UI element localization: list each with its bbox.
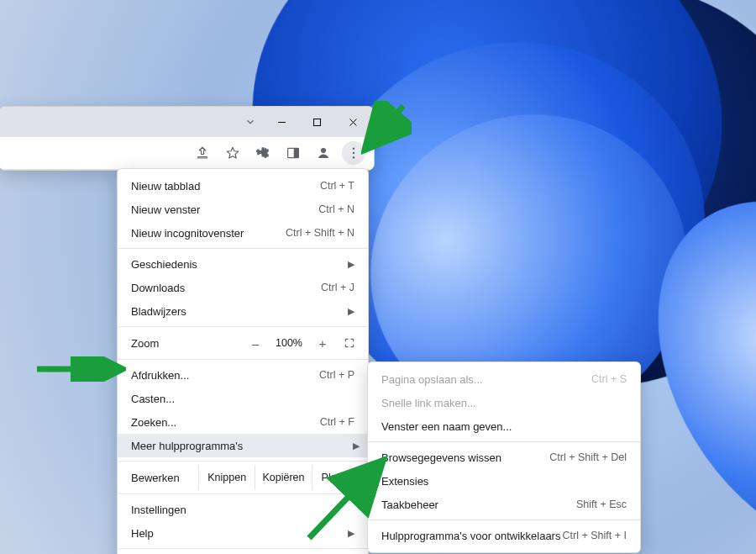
submenu-item-clear-data[interactable]: Browsegegevens wissen Ctrl + Shift + Del — [368, 446, 640, 469]
menu-item-settings[interactable]: Instellingen — [118, 498, 368, 521]
menu-item-cast[interactable]: Casten... — [118, 387, 368, 410]
submenu-item-create-link[interactable]: Snelle link maken... — [368, 391, 640, 414]
menu-item-label: Nieuw tabblad — [131, 180, 200, 193]
svg-point-6 — [353, 156, 354, 158]
kebab-menu-icon[interactable] — [342, 141, 365, 165]
browser-toolbar — [0, 137, 374, 170]
menu-item-label: Nieuw venster — [131, 203, 200, 216]
edit-paste-button[interactable]: Plakken — [312, 465, 368, 490]
menu-row-zoom: Zoom – 100% + — [118, 330, 368, 356]
chrome-main-menu: Nieuw tabblad Ctrl + T Nieuw venster Ctr… — [117, 168, 369, 554]
menu-item-new-tab[interactable]: Nieuw tabblad Ctrl + T — [118, 174, 368, 198]
menu-item-shortcut: Ctrl + T — [320, 180, 354, 192]
menu-item-label: Downloads — [131, 282, 185, 294]
submenu-item-extensions[interactable]: Extensies — [368, 469, 640, 493]
edit-label: Bewerken — [131, 472, 198, 484]
edit-copy-button[interactable]: Kopiëren — [255, 465, 311, 490]
menu-item-history[interactable]: Geschiedenis ▶ — [118, 252, 368, 276]
menu-item-label: Afdrukken... — [131, 369, 189, 382]
share-icon[interactable] — [191, 141, 214, 165]
submenu-item-dev-tools[interactable]: Hulpprogramma's voor ontwikkelaars Ctrl … — [368, 524, 640, 547]
menu-item-label: Pagina opslaan als... — [381, 373, 483, 386]
menu-item-label: Help — [131, 527, 154, 540]
menu-item-shortcut: Ctrl + S — [591, 373, 627, 385]
zoom-label: Zoom — [131, 337, 239, 350]
extensions-puzzle-icon[interactable] — [251, 141, 275, 165]
menu-item-print[interactable]: Afdrukken... Ctrl + P — [118, 363, 368, 387]
chevron-right-icon: ▶ — [348, 528, 354, 539]
menu-item-label: Meer hulpprogramma's — [131, 440, 243, 452]
chrome-more-tools-submenu: Pagina opslaan als... Ctrl + S Snelle li… — [367, 361, 641, 553]
menu-item-find[interactable]: Zoeken... Ctrl + F — [118, 410, 368, 434]
menu-item-shortcut: Ctrl + N — [318, 203, 354, 215]
svg-rect-2 — [294, 148, 299, 157]
menu-separator — [368, 520, 640, 520]
menu-separator — [118, 359, 368, 360]
svg-point-4 — [353, 148, 354, 150]
menu-item-help[interactable]: Help ▶ — [118, 521, 368, 545]
menu-item-shortcut: Ctrl + Shift + N — [286, 227, 354, 239]
zoom-in-button[interactable]: + — [312, 333, 333, 353]
menu-item-shortcut: Ctrl + F — [320, 416, 354, 428]
fullscreen-icon[interactable] — [339, 333, 360, 353]
menu-item-shortcut: Shift + Esc — [576, 499, 627, 510]
menu-separator — [118, 461, 368, 462]
menu-item-label: Hulpprogramma's voor ontwikkelaars — [381, 530, 560, 542]
menu-item-label: Instellingen — [131, 504, 186, 516]
menu-separator — [118, 493, 368, 494]
menu-separator — [118, 326, 368, 327]
menu-item-label: Extensies — [381, 475, 428, 488]
menu-separator — [118, 548, 368, 549]
menu-item-label: Snelle link maken... — [381, 397, 476, 409]
submenu-item-name-window[interactable]: Venster een naam geven... — [368, 414, 640, 438]
menu-item-label: Browsegegevens wissen — [381, 451, 501, 464]
menu-item-shortcut: Ctrl + P — [319, 369, 354, 381]
menu-item-new-window[interactable]: Nieuw venster Ctrl + N — [118, 198, 368, 221]
menu-separator — [118, 248, 368, 249]
menu-item-shortcut: Ctrl + Shift + Del — [549, 451, 627, 463]
menu-item-bookmarks[interactable]: Bladwijzers ▶ — [118, 299, 368, 323]
window-close-button[interactable] — [336, 109, 370, 135]
menu-item-shortcut: Ctrl + Shift + I — [563, 530, 627, 541]
menu-item-label: Geschiedenis — [131, 258, 197, 271]
menu-row-edit: Bewerken Knippen Kopiëren Plakken — [118, 465, 368, 490]
profile-avatar-icon[interactable] — [312, 141, 335, 165]
chevron-right-icon: ▶ — [348, 259, 354, 270]
edit-cut-button[interactable]: Knippen — [198, 465, 255, 490]
window-maximize-button[interactable] — [300, 109, 334, 135]
submenu-item-task-manager[interactable]: Taakbeheer Shift + Esc — [368, 493, 640, 516]
menu-item-new-incognito[interactable]: Nieuw incognitovenster Ctrl + Shift + N — [118, 221, 368, 245]
menu-item-label: Casten... — [131, 393, 175, 405]
zoom-out-button[interactable]: – — [245, 333, 265, 353]
window-minimize-button[interactable] — [265, 109, 299, 135]
menu-item-label: Taakbeheer — [381, 499, 438, 511]
side-panel-icon[interactable] — [281, 141, 305, 165]
svg-point-5 — [353, 152, 354, 154]
chrome-window — [0, 106, 375, 171]
zoom-percent: 100% — [272, 337, 306, 349]
svg-point-3 — [321, 148, 326, 153]
submenu-item-save-page[interactable]: Pagina opslaan als... Ctrl + S — [368, 367, 640, 391]
menu-item-label: Zoeken... — [131, 416, 176, 429]
menu-item-more-tools[interactable]: Meer hulpprogramma's ▶ — [118, 434, 368, 457]
menu-item-label: Bladwijzers — [131, 305, 186, 318]
menu-item-downloads[interactable]: Downloads Ctrl + J — [118, 276, 368, 299]
menu-separator — [368, 441, 640, 442]
chevron-right-icon: ▶ — [348, 306, 354, 317]
menu-item-label: Nieuw incognitovenster — [131, 227, 244, 240]
chevron-right-icon: ▶ — [353, 441, 360, 451]
titlebar — [0, 107, 374, 137]
tab-overflow-chevron-icon[interactable] — [238, 108, 263, 135]
bookmark-star-icon[interactable] — [221, 141, 244, 165]
svg-rect-0 — [314, 119, 321, 125]
menu-item-label: Venster een naam geven... — [381, 420, 512, 433]
menu-item-shortcut: Ctrl + J — [321, 282, 354, 293]
